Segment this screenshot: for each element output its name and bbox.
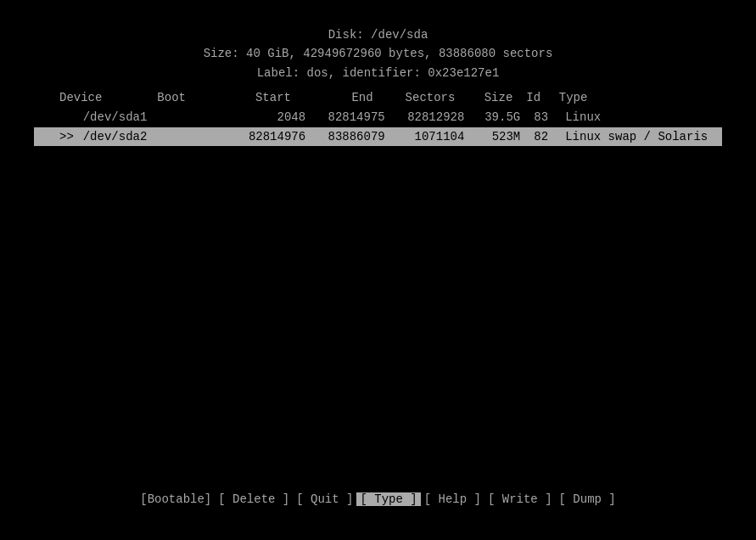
partition-device: /dev/sda1 (83, 108, 177, 127)
header-device: Device (59, 91, 157, 104)
partition-rows: /dev/sda12048828149758281292839.5G83Linu… (34, 108, 722, 146)
table-headers: Device Boot Start End Sectors Size Id Ty… (34, 91, 722, 104)
partition-device: /dev/sda2 (83, 127, 177, 146)
header-sectors: Sectors (387, 91, 469, 104)
terminal-screen: Disk: /dev/sda Size: 40 GiB, 42949672960… (0, 0, 756, 540)
menu-item-quit[interactable]: [ Quit ] (293, 492, 356, 506)
row-indicator (59, 108, 83, 127)
partition-size: 523M (478, 127, 534, 146)
bottom-menu: [Bootable] [ Delete ] [ Quit ] [ Type ] … (0, 492, 756, 506)
partition-type: Linux (565, 108, 722, 127)
menu-item-write[interactable]: [ Write ] (484, 492, 556, 506)
partition-sectors: 82812928 (399, 108, 479, 127)
table-row[interactable]: /dev/sda12048828149758281292839.5G83Linu… (34, 108, 722, 127)
disk-header: Disk: /dev/sda Size: 40 GiB, 42949672960… (0, 25, 756, 82)
partition-boot (177, 108, 240, 127)
menu-item-dump[interactable]: [ Dump ] (556, 492, 619, 506)
partition-sectors: 1071104 (399, 127, 479, 146)
disk-size-info: Size: 40 GiB, 42949672960 bytes, 8388608… (0, 44, 756, 63)
row-indicator: >> (59, 127, 83, 146)
disk-title: Disk: /dev/sda (0, 25, 756, 44)
partition-id: 83 (534, 108, 565, 127)
header-type: Type (559, 91, 722, 104)
menu-item-type[interactable]: [ Type ] (356, 492, 420, 506)
header-size: Size (468, 91, 526, 104)
partition-end: 82814975 (319, 108, 399, 127)
header-end: End (305, 91, 387, 104)
menu-item-bootable[interactable]: [Bootable] (137, 492, 215, 506)
partition-type: Linux swap / Solaris (565, 127, 722, 146)
partition-end: 83886079 (319, 127, 399, 146)
partition-table: Device Boot Start End Sectors Size Id Ty… (0, 91, 756, 146)
table-row[interactable]: >>/dev/sda282814976838860791071104523M82… (34, 127, 722, 146)
menu-item-delete[interactable]: [ Delete ] (215, 492, 293, 506)
partition-start: 2048 (240, 108, 320, 127)
partition-size: 39.5G (478, 108, 534, 127)
header-start: Start (222, 91, 305, 104)
menu-item-help[interactable]: [ Help ] (421, 492, 484, 506)
partition-boot (177, 127, 240, 146)
header-boot: Boot (157, 91, 222, 104)
disk-label-info: Label: dos, identifier: 0x23e127e1 (0, 64, 756, 82)
partition-id: 82 (534, 127, 565, 146)
partition-start: 82814976 (240, 127, 320, 146)
header-id: Id (526, 91, 558, 104)
